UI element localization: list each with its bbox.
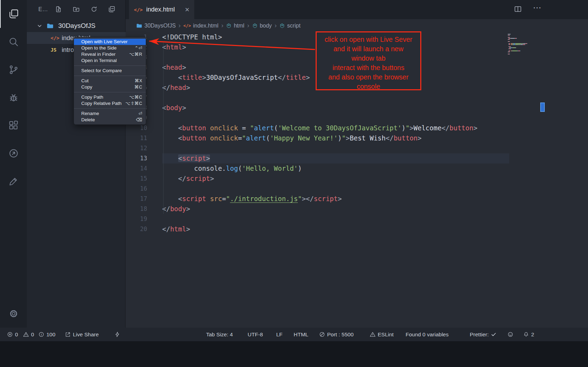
code-line[interactable]: 15 </script> bbox=[126, 174, 588, 184]
breadcrumb-script[interactable]: script bbox=[279, 23, 300, 29]
code-token: " bbox=[242, 134, 246, 142]
menu-separator bbox=[74, 76, 146, 76]
menu-item-copy-relative-path[interactable]: Copy Relative Path ⌥⇧⌘C bbox=[74, 100, 146, 107]
eol-indicator[interactable]: LF bbox=[276, 328, 282, 341]
code-line[interactable]: 18</body> bbox=[126, 204, 588, 214]
menu-item-open-to-the-side[interactable]: Open to the Side ⌃⏎ bbox=[74, 45, 146, 51]
port-indicator[interactable]: Port : 5500 bbox=[319, 328, 354, 341]
menu-item-rename[interactable]: Rename ⏎ bbox=[74, 110, 146, 117]
code-line[interactable]: 7 bbox=[126, 93, 588, 103]
port-label: Port : 5500 bbox=[327, 331, 354, 338]
minimap-line bbox=[508, 37, 540, 38]
live-share-label: Live Share bbox=[73, 331, 99, 338]
encoding-indicator[interactable]: UTF-8 bbox=[248, 328, 263, 341]
variables-indicator[interactable]: Found 0 variables bbox=[406, 328, 448, 341]
problems-warnings[interactable]: 0 bbox=[23, 328, 34, 341]
tab-index-html[interactable]: </> index.html × bbox=[129, 0, 194, 19]
tab-title: index.html bbox=[146, 6, 175, 13]
extensions-icon bbox=[8, 120, 19, 131]
menu-separator bbox=[74, 92, 146, 92]
menu-item-delete[interactable]: Delete ⌫ bbox=[74, 117, 146, 123]
close-icon[interactable]: × bbox=[185, 6, 189, 13]
code-token: </ bbox=[306, 195, 314, 202]
code-token: 'Happy New Year!' bbox=[270, 134, 338, 142]
code-line[interactable]: 20</html> bbox=[126, 224, 588, 234]
more-actions-icon[interactable]: ⋯ bbox=[533, 3, 542, 12]
collapse-folders-icon[interactable] bbox=[108, 6, 115, 14]
refresh-icon[interactable] bbox=[90, 6, 98, 14]
info-indicator[interactable]: 100 bbox=[38, 328, 55, 341]
live-share-button[interactable]: Live Share bbox=[65, 328, 99, 341]
code-text: <button onclick = "alert('Welcome to 30D… bbox=[162, 123, 477, 133]
code-token: > bbox=[417, 134, 421, 142]
code-line[interactable]: 17 <script src="./introduction.js"></scr… bbox=[126, 194, 588, 204]
notifications-bell[interactable]: 2 bbox=[523, 328, 534, 341]
code-text: </body> bbox=[162, 204, 190, 214]
activity-extensions[interactable] bbox=[0, 112, 27, 139]
prettier-label: Prettier: bbox=[470, 331, 489, 338]
menu-item-select-for-compare[interactable]: Select for Compare bbox=[74, 68, 146, 74]
code-line[interactable]: 13 <script> bbox=[126, 153, 588, 163]
line-number: 20 bbox=[126, 224, 147, 234]
menu-separator bbox=[74, 108, 146, 109]
menu-item-open-with-live-server[interactable]: Open with Live Server bbox=[74, 39, 146, 45]
minimap-line bbox=[508, 48, 540, 49]
problems-errors[interactable]: 0 bbox=[7, 328, 18, 341]
code-token bbox=[206, 134, 210, 142]
activity-explorer[interactable] bbox=[0, 0, 27, 28]
menu-item-cut[interactable]: Cut ⌘X bbox=[74, 78, 146, 84]
code-token bbox=[206, 124, 210, 132]
folder-row-30daysofjs[interactable]: 30DaysOfJS bbox=[27, 20, 126, 32]
share-icon bbox=[65, 331, 71, 337]
menu-item-copy-path[interactable]: Copy Path ⌥⌘C bbox=[74, 94, 146, 100]
breadcrumb-html[interactable]: html bbox=[226, 23, 244, 29]
prettier-indicator[interactable]: Prettier: bbox=[470, 328, 497, 341]
line-number: 13 bbox=[126, 153, 147, 163]
code-line[interactable]: 12 bbox=[126, 143, 588, 153]
activity-source-control[interactable] bbox=[0, 56, 27, 84]
code-token: log bbox=[226, 165, 238, 172]
code-line[interactable]: 16 bbox=[126, 184, 588, 194]
explorer-header: E… bbox=[27, 0, 125, 19]
menu-shortcut: ⌫ bbox=[136, 117, 142, 123]
code-token bbox=[162, 175, 178, 182]
code-token: > bbox=[182, 63, 186, 71]
breadcrumb-folder[interactable]: 30DaysOfJS bbox=[136, 23, 176, 29]
activity-settings[interactable] bbox=[0, 300, 27, 328]
minimap-bar bbox=[509, 41, 510, 42]
code-token bbox=[162, 154, 178, 162]
minimap-line bbox=[508, 40, 540, 41]
code-token: " bbox=[226, 195, 230, 202]
code-line[interactable]: 11 <button onclick="alert('Happy New Yea… bbox=[126, 133, 588, 143]
activity-run-debug[interactable] bbox=[0, 84, 27, 112]
language-indicator[interactable]: HTML bbox=[294, 328, 308, 341]
menu-item-reveal-in-finder[interactable]: Reveal in Finder ⌥⌘R bbox=[74, 51, 146, 58]
code-token: ) bbox=[298, 165, 302, 172]
eslint-indicator[interactable]: ESLint bbox=[370, 328, 394, 341]
code-line[interactable]: 9 bbox=[126, 113, 588, 123]
activity-live-preview[interactable] bbox=[0, 139, 27, 167]
split-editor-icon[interactable] bbox=[514, 5, 522, 15]
feedback-smiley[interactable] bbox=[507, 328, 513, 341]
menu-item-open-in-terminal[interactable]: Open in Terminal bbox=[74, 58, 146, 64]
breadcrumb-file[interactable]: </> index.html bbox=[183, 23, 219, 29]
breadcrumb-body[interactable]: body bbox=[252, 23, 272, 29]
code-token: Welcome bbox=[414, 124, 442, 132]
menu-item-copy[interactable]: Copy ⌘C bbox=[74, 84, 146, 90]
minimap-bar bbox=[513, 47, 515, 48]
minimap-bar bbox=[509, 52, 510, 52]
minimap[interactable] bbox=[508, 34, 540, 55]
new-file-icon[interactable] bbox=[55, 6, 62, 14]
code-token: = bbox=[238, 134, 242, 142]
code-line[interactable]: 8<body> bbox=[126, 103, 588, 113]
bolt-indicator[interactable] bbox=[114, 328, 120, 341]
tab-size-indicator[interactable]: Tab Size: 4 bbox=[206, 328, 233, 341]
activity-search[interactable] bbox=[0, 28, 27, 56]
new-folder-icon[interactable] bbox=[73, 6, 80, 14]
code-line[interactable]: 14 console.log('Hello, World') bbox=[126, 163, 588, 174]
minimap-line bbox=[508, 49, 540, 50]
minimap-line bbox=[508, 35, 540, 36]
code-line[interactable]: 10 <button onclick = "alert('Welcome to … bbox=[126, 123, 588, 133]
activity-pen-tool[interactable] bbox=[0, 167, 27, 195]
code-line[interactable]: 19 bbox=[126, 214, 588, 224]
